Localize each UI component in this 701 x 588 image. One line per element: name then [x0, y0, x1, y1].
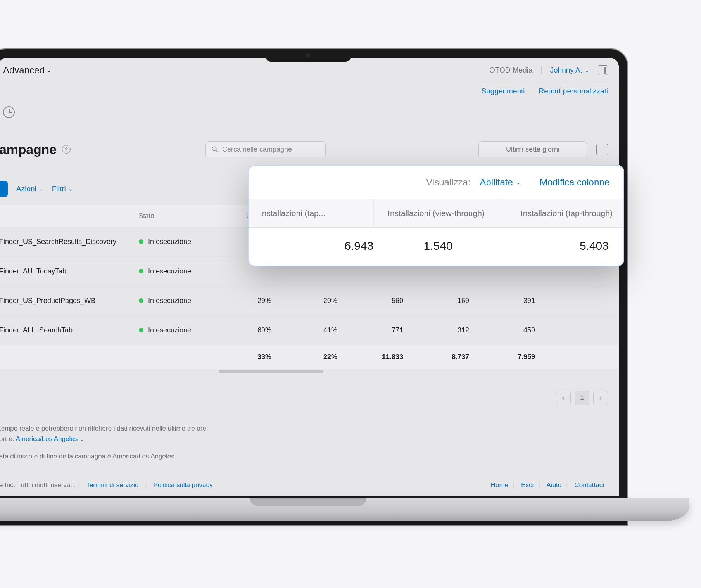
contact-link[interactable]: Contattaci	[574, 481, 604, 489]
cell: 29%	[223, 287, 277, 314]
subbar: Suggerimenti Report personalizzati	[0, 81, 619, 101]
org-name: OTOD Media	[489, 66, 533, 74]
chevron-down-icon: ⌄	[516, 179, 521, 185]
campaign-state: In esecuzione	[133, 228, 223, 255]
cell: 69%	[223, 317, 277, 344]
user-menu[interactable]: Johnny A. ⌄	[550, 66, 589, 74]
calendar-icon[interactable]	[596, 144, 608, 155]
table-row[interactable]: Finder_US_ProductPages_WB In esecuzione …	[0, 286, 619, 316]
table-footer: 33% 22% 11.833 8.737 7.959	[0, 345, 619, 369]
divider	[541, 66, 542, 74]
status-dot-icon	[139, 239, 143, 244]
popover-columns: Installazioni (tap... Installazioni (vie…	[249, 199, 623, 228]
search-icon	[211, 146, 218, 153]
chevron-down-icon: ⌄	[68, 186, 73, 192]
chevron-down-icon: ⌄	[585, 67, 589, 73]
status-dot-icon	[139, 328, 143, 332]
status-dot-icon	[139, 298, 143, 303]
note-line: ort è: America/Los Angeles ⌄	[0, 434, 617, 444]
col-state[interactable]: Stato	[133, 205, 223, 227]
status-dot-icon	[139, 269, 143, 273]
state-label: In esecuzione	[148, 297, 191, 304]
page-title: ampagne	[0, 142, 57, 157]
cell: 20%	[277, 287, 343, 314]
pagination: ‹ 1 ›	[0, 373, 619, 423]
edit-columns-link[interactable]: Modifica colonne	[540, 177, 609, 188]
thumb-notch	[250, 498, 366, 506]
col-name[interactable]	[0, 205, 133, 227]
columns-popover: Visualizza: Abilitate ⌄ Modifica colonne…	[248, 165, 624, 266]
campaign-state: In esecuzione	[133, 287, 223, 314]
total: 7.959	[475, 345, 540, 369]
campaign-name: Finder_US_SearchResults_Discovery	[0, 228, 133, 255]
view-select[interactable]: Abilitate ⌄	[480, 177, 521, 188]
cell: 312	[409, 317, 475, 344]
table-row[interactable]: Finder_ALL_SearchTab In esecuzione 69% 4…	[0, 316, 619, 345]
pop-value: 1.540	[381, 239, 495, 252]
cell: 459	[475, 317, 540, 344]
suggestions-link[interactable]: Suggerimenti	[482, 87, 525, 95]
total-cr: 33%	[223, 345, 277, 369]
laptop-base	[0, 498, 689, 533]
divider	[530, 176, 530, 188]
camera-notch	[266, 49, 351, 62]
note-text: ort è:	[0, 435, 16, 443]
reports-link[interactable]: Report personalizzati	[539, 87, 608, 95]
cell: 560	[343, 287, 409, 314]
cell: 771	[343, 317, 409, 344]
campaign-name: Finder_ALL_SearchTab	[0, 317, 133, 344]
horizontal-scrollbar[interactable]	[219, 370, 323, 373]
title-row: ampagne ? Cerca nelle campagne Ultimi se…	[0, 118, 619, 164]
cell: 169	[409, 287, 475, 314]
copyright: e Inc. Tutti i diritti riservati.	[0, 481, 76, 489]
popover-header: Visualizza: Abilitate ⌄ Modifica colonne	[249, 166, 623, 199]
view-label: Visualizza:	[426, 177, 470, 188]
campaign-name: Finder_US_ProductPages_WB	[0, 287, 133, 314]
history-icon[interactable]	[3, 106, 15, 118]
notes: tempo reale e potrebbero non riflettere …	[0, 423, 619, 462]
logout-link[interactable]: Esci	[521, 481, 534, 489]
pop-value: 6.943	[260, 239, 381, 252]
total: 8.737	[409, 345, 475, 369]
actions-menu[interactable]: Azioni ⌄	[16, 185, 43, 193]
campaign-state: In esecuzione	[133, 317, 223, 344]
home-link[interactable]: Home	[491, 481, 508, 489]
footer: e Inc. Tutti i diritti riservati. | Term…	[0, 481, 619, 489]
pop-col-header[interactable]: Installazioni (tap-through)	[499, 199, 623, 227]
note-line: tempo reale e potrebbero non riflettere …	[0, 423, 617, 434]
page-number[interactable]: 1	[575, 391, 589, 405]
date-range-picker[interactable]: Ultimi sette giorni	[478, 141, 587, 157]
svg-line-1	[216, 150, 218, 152]
cell: 391	[475, 287, 540, 314]
help-link[interactable]: Aiuto	[547, 481, 562, 489]
pop-col-header[interactable]: Installazioni (view-through)	[374, 199, 499, 227]
search-input[interactable]: Cerca nelle campagne	[205, 141, 326, 157]
info-icon[interactable]: ?	[62, 145, 71, 154]
chevron-down-icon: ⌄	[79, 436, 84, 442]
plan-selector[interactable]: Advanced ⌄	[3, 65, 52, 76]
campaign-name: Finder_AU_TodayTab	[0, 258, 133, 285]
state-label: In esecuzione	[148, 267, 191, 275]
state-label: In esecuzione	[148, 326, 191, 334]
prev-page-button[interactable]: ‹	[556, 391, 571, 405]
screen: Advanced ⌄ OTOD Media Johnny A. ⌄ Sugger…	[0, 58, 619, 496]
cell: 41%	[277, 317, 343, 344]
privacy-link[interactable]: Politica sulla privacy	[153, 481, 212, 489]
sidebar-toggle-icon[interactable]	[598, 65, 608, 75]
create-button[interactable]	[0, 181, 8, 197]
plan-label: Advanced	[3, 65, 45, 76]
timezone-link[interactable]: America/Los Angeles ⌄	[16, 435, 84, 443]
laptop-frame: Advanced ⌄ OTOD Media Johnny A. ⌄ Sugger…	[0, 48, 628, 526]
next-page-button[interactable]: ›	[593, 391, 608, 405]
chevron-down-icon: ⌄	[47, 67, 52, 73]
view-value: Abilitate	[480, 177, 513, 188]
app-root: Advanced ⌄ OTOD Media Johnny A. ⌄ Sugger…	[0, 58, 619, 496]
popover-values: 6.943 1.540 5.403	[249, 228, 623, 266]
terms-link[interactable]: Termini di servizio	[86, 481, 138, 489]
campaign-state: In esecuzione	[133, 258, 223, 285]
user-name: Johnny A.	[550, 66, 582, 74]
filters-menu[interactable]: Filtri ⌄	[52, 185, 73, 193]
pop-col-header[interactable]: Installazioni (tap...	[249, 199, 374, 227]
tz-label: America/Los Angeles	[16, 435, 78, 443]
svg-point-0	[212, 147, 216, 151]
